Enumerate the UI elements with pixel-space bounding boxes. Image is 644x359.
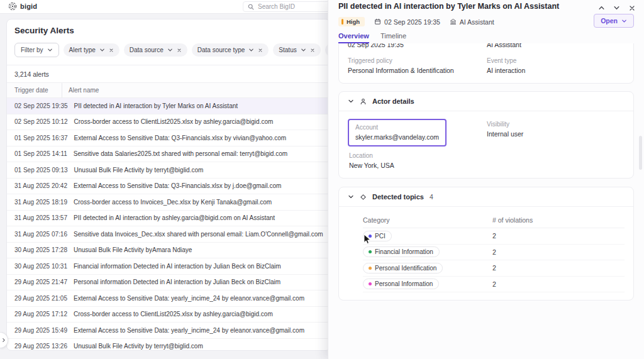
status-dropdown-button[interactable]: Open xyxy=(594,14,634,28)
alert-row[interactable]: 31 Aug 2025 07:16Sensitive data Invoices… xyxy=(7,226,330,243)
close-icon[interactable] xyxy=(177,48,182,53)
category-label: PCI xyxy=(375,233,386,240)
tab-overview[interactable]: Overview xyxy=(338,32,369,43)
chevron-down-icon[interactable] xyxy=(348,194,354,200)
filter-chip-alert-type[interactable]: Alert type xyxy=(64,43,119,57)
violations-count: 2 xyxy=(492,248,625,256)
cell-trigger-date: 29 Aug 2025 13:26 xyxy=(7,343,67,350)
close-icon[interactable] xyxy=(627,3,636,13)
alert-row[interactable]: 29 Aug 2025 13:26Unusual Bulk File Activ… xyxy=(7,339,330,351)
topic-row[interactable]: Personal Information 2 xyxy=(363,277,625,293)
cell-trigger-date: 29 Aug 2025 21:05 xyxy=(7,295,67,302)
alert-row[interactable]: 31 Aug 2025 18:19Cross-border access to … xyxy=(7,194,330,211)
cell-trigger-date: 01 Sep 2025 14:11 xyxy=(7,150,67,157)
cell-alert-name: External Access to Sensitive Data: yearl… xyxy=(67,327,330,334)
alert-row[interactable]: 01 Sep 2025 14:11Sensitive data Salaries… xyxy=(7,146,330,163)
alert-row[interactable]: 02 Sep 2025 10:12Cross-border access to … xyxy=(7,114,330,131)
alert-row[interactable]: 01 Sep 2025 09:13Unusual Bulk File Activ… xyxy=(7,162,330,179)
panel-title: PII detected in AI interaction by Tyler … xyxy=(338,2,590,11)
filter-chip-status[interactable]: Status xyxy=(273,43,320,57)
severity-marker xyxy=(341,19,343,25)
alert-detail-panel: PII detected in AI interaction by Tyler … xyxy=(328,0,644,359)
filter-chip-data-source-type[interactable]: Data source type xyxy=(192,43,269,57)
account-value: skyler.marks@vandelay.com xyxy=(355,133,439,141)
detected-topics-count: 4 xyxy=(430,193,433,201)
cell-trigger-date: 02 Sep 2025 10:12 xyxy=(7,118,68,125)
cell-alert-name: Cross-border access to ClientList2025.xl… xyxy=(68,118,330,125)
close-icon[interactable] xyxy=(310,48,315,53)
diamond-icon xyxy=(360,194,367,201)
next-alert-button[interactable] xyxy=(612,3,621,13)
alert-summary-card: 02 Sep 2025 19:35 AI Assistant Triggered… xyxy=(338,43,634,84)
filter-by-dropdown[interactable]: Filter by xyxy=(14,43,59,57)
data-source: AI Assistant xyxy=(450,18,494,26)
alert-row[interactable]: 02 Sep 2025 19:35PII detected in AI inte… xyxy=(7,98,330,114)
calendar-icon xyxy=(374,18,381,25)
category-pill[interactable]: Personal Information xyxy=(363,279,439,289)
violations-count: 2 xyxy=(492,280,625,288)
alert-row[interactable]: 29 Aug 2025 21:47Personal information De… xyxy=(7,275,330,291)
alert-row[interactable]: 30 Aug 2025 17:28Unusual Bulk File Activ… xyxy=(7,243,330,259)
category-pill[interactable]: Personal Identification xyxy=(363,263,443,273)
alert-row[interactable]: 29 Aug 2025 15:49External Access to Sens… xyxy=(7,323,330,339)
topic-row[interactable]: Personal Identification 2 xyxy=(363,260,625,277)
cell-trigger-date: 29 Aug 2025 17:12 xyxy=(7,311,67,318)
location-value: New York, USA xyxy=(349,162,625,169)
previous-alert-button[interactable] xyxy=(597,3,606,13)
alert-row[interactable]: 31 Aug 2025 13:57PII detected in AI inte… xyxy=(7,211,330,227)
cell-alert-name: PII detected in AI interaction by Tyler … xyxy=(68,102,330,109)
alert-row[interactable]: 31 Aug 2025 20:42External Access to Sens… xyxy=(7,179,330,195)
category-label: Personal Identification xyxy=(375,265,436,272)
visibility-value: Internal user xyxy=(487,130,625,138)
chevron-down-icon[interactable] xyxy=(99,47,105,53)
chevron-right-icon xyxy=(1,338,6,343)
alert-row[interactable]: 30 Aug 2025 10:31Financial information D… xyxy=(7,258,330,275)
filter-chip-data-source[interactable]: Data source xyxy=(124,43,187,57)
security-alerts-page: Security Alerts Filter by Alert type Dat… xyxy=(6,19,331,351)
category-label: Personal Information xyxy=(375,280,433,287)
tab-timeline[interactable]: Timeline xyxy=(380,32,406,43)
close-icon[interactable] xyxy=(109,48,114,53)
cell-alert-name: Sensitive data Invoices_Dec.xlsx shared … xyxy=(67,231,330,238)
overview-content: 02 Sep 2025 19:35 AI Assistant Triggered… xyxy=(328,43,644,359)
chevron-down-icon[interactable] xyxy=(301,47,306,53)
fingerprint-logo-icon xyxy=(8,2,17,11)
topic-row[interactable]: Financial Information 2 xyxy=(363,245,625,261)
column-header-category: Category xyxy=(363,216,492,224)
category-pill[interactable]: Financial Information xyxy=(363,246,440,257)
panel-scrollbar[interactable] xyxy=(639,136,642,170)
topic-row[interactable]: PCI 2 xyxy=(363,228,625,245)
cell-trigger-date: 01 Sep 2025 16:37 xyxy=(7,135,68,141)
cell-alert-name: Unusual Bulk File Activity by terryt@big… xyxy=(68,167,330,174)
cell-alert-name: External Access to Sensitive Data: yearl… xyxy=(67,295,330,302)
panel-controls xyxy=(597,3,636,13)
column-header-alert-name[interactable]: Alert name xyxy=(62,87,330,94)
close-icon[interactable] xyxy=(258,48,263,53)
category-dot xyxy=(369,235,372,238)
summary-trigger-date: 02 Sep 2025 19:35 xyxy=(348,43,487,48)
location-label: Location xyxy=(349,152,625,159)
cell-trigger-date: 29 Aug 2025 21:47 xyxy=(7,279,67,285)
category-dot xyxy=(369,282,372,285)
alert-row[interactable]: 29 Aug 2025 17:12Cross-border access to … xyxy=(7,307,330,323)
detected-topics-header[interactable]: Detected topics 4 xyxy=(339,187,633,207)
chevron-down-icon[interactable] xyxy=(248,47,254,53)
chip-label: Status xyxy=(279,47,296,53)
cell-trigger-date: 31 Aug 2025 18:19 xyxy=(7,199,67,206)
alert-row[interactable]: 01 Sep 2025 16:37External Access to Sens… xyxy=(7,130,330,146)
cell-trigger-date: 31 Aug 2025 20:42 xyxy=(7,182,67,189)
cell-alert-name: Unusual Bulk File Activity by terryt@big… xyxy=(67,343,330,350)
global-search[interactable] xyxy=(243,1,331,12)
category-pill[interactable]: PCI xyxy=(363,231,392,241)
actor-details-header[interactable]: Actor details xyxy=(339,92,633,111)
chevron-down-icon[interactable] xyxy=(348,98,354,104)
cell-trigger-date: 30 Aug 2025 10:31 xyxy=(7,263,67,270)
search-input[interactable] xyxy=(258,3,326,10)
status-label: Open xyxy=(601,17,618,25)
bigid-logo[interactable]: bigid xyxy=(8,2,37,11)
trigger-datetime-value: 02 Sep 2025 19:35 xyxy=(384,18,440,26)
chevron-down-icon[interactable] xyxy=(167,47,173,53)
column-header-trigger-date[interactable]: Trigger date xyxy=(7,83,62,97)
alert-row[interactable]: 29 Aug 2025 21:05External Access to Sens… xyxy=(7,290,330,307)
topics-table-header: Category # of violations xyxy=(363,213,625,228)
